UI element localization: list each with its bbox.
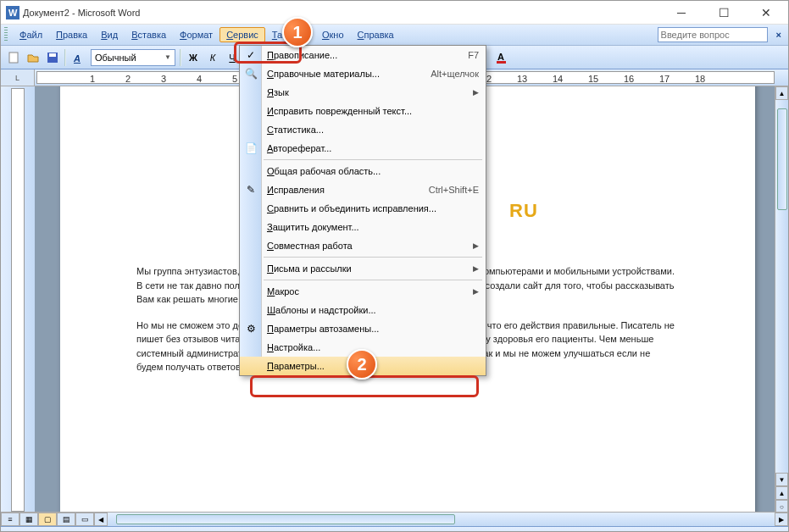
menu-формат[interactable]: Формат bbox=[173, 27, 219, 42]
vertical-scrollbar[interactable]: ▲ ▼ ▲ ○ ▼ bbox=[775, 86, 788, 512]
menu-shortcut: Alt+щелчок bbox=[431, 69, 479, 79]
submenu-arrow-icon: ▶ bbox=[473, 264, 479, 273]
menu-item[interactable]: ✓Правописание...F7 bbox=[240, 46, 486, 64]
style-selector[interactable]: Обычный ▼ bbox=[91, 49, 175, 66]
logo-fragment: RU bbox=[509, 197, 538, 224]
scroll-up-icon[interactable]: ▲ bbox=[775, 86, 788, 100]
view-print-button[interactable]: ▢ bbox=[38, 513, 57, 526]
chevron-down-icon: ▼ bbox=[164, 53, 171, 61]
view-web-button[interactable]: ▦ bbox=[19, 513, 38, 526]
menu-item[interactable]: Письма и рассылки▶ bbox=[240, 259, 486, 278]
menu-item[interactable]: Защитить документ... bbox=[240, 218, 486, 236]
menu-item[interactable]: Исправить поврежденный текст... bbox=[240, 102, 486, 120]
menu-shortcut: Ctrl+Shift+E bbox=[429, 185, 479, 195]
scroll-left-icon[interactable]: ◀ bbox=[94, 513, 108, 526]
menu-item[interactable]: Макрос▶ bbox=[240, 282, 486, 301]
menu-bar: ФайлПравкаВидВставкаФорматСервисТаблицаО… bbox=[1, 25, 788, 46]
menu-item[interactable]: Шаблоны и надстройки... bbox=[240, 301, 486, 319]
menu-справка[interactable]: Справка bbox=[351, 27, 401, 42]
menu-item[interactable]: Общая рабочая область... bbox=[240, 162, 486, 180]
menu-правка[interactable]: Правка bbox=[49, 27, 94, 42]
doc-icon: 📄 bbox=[243, 141, 258, 156]
menu-item-label: Исправить поврежденный текст... bbox=[267, 106, 479, 116]
opt-icon: ⚙ bbox=[243, 321, 258, 336]
menu-item-label: Защитить документ... bbox=[267, 222, 479, 232]
menu-item-label: Статистика... bbox=[267, 125, 479, 135]
menu-item[interactable]: Совместная работа▶ bbox=[240, 236, 486, 255]
menu-item[interactable]: Язык▶ bbox=[240, 83, 486, 102]
annotation-badge-1: 1 bbox=[282, 17, 313, 47]
status-bar: Стр. 1 Разд 1 1/1 На 8,4см Ст 10 Кол 56 … bbox=[1, 526, 788, 532]
menu-item-label: Макрос bbox=[267, 286, 473, 296]
minimize-button[interactable]: ─ bbox=[668, 3, 695, 23]
maximize-button[interactable]: ☐ bbox=[710, 3, 737, 23]
view-reading-button[interactable]: ▭ bbox=[75, 513, 94, 526]
horizontal-scrollbar[interactable]: ◀ ▶ bbox=[94, 513, 788, 526]
menu-item[interactable]: Статистика... bbox=[240, 120, 486, 139]
menu-item-label: Настройка... bbox=[267, 342, 479, 352]
bottom-bar: ≡ ▦ ▢ ▤ ▭ ◀ ▶ bbox=[1, 512, 788, 526]
menu-item[interactable]: Сравнить и объединить исправления... bbox=[240, 199, 486, 218]
menu-item-label: Параметры автозамены... bbox=[267, 324, 479, 334]
book-icon: 🔍 bbox=[243, 66, 258, 81]
browse-object-icon[interactable]: ○ bbox=[775, 500, 788, 512]
svg-text:W: W bbox=[8, 8, 18, 18]
toolbar-close-icon[interactable]: × bbox=[773, 30, 785, 40]
svg-rect-4 bbox=[49, 53, 56, 57]
menu-item[interactable]: 📄Автореферат... bbox=[240, 139, 486, 158]
submenu-arrow-icon: ▶ bbox=[473, 241, 479, 250]
ruler-corner[interactable]: L bbox=[1, 69, 35, 86]
menu-item-label: Совместная работа bbox=[267, 241, 473, 251]
open-button[interactable] bbox=[24, 48, 42, 67]
menu-item-label: Правописание... bbox=[267, 50, 459, 60]
menu-item-label: Письма и рассылки bbox=[267, 263, 473, 274]
svg-rect-12 bbox=[497, 61, 506, 64]
style-label: Обычный bbox=[95, 53, 136, 63]
scroll-down-icon[interactable]: ▼ bbox=[775, 473, 788, 486]
title-bar: W Документ2 - Microsoft Word ─ ☐ ✕ bbox=[1, 1, 788, 25]
menu-item-label: Исправления bbox=[267, 185, 420, 195]
menu-item[interactable]: 🔍Справочные материалы...Alt+щелчок bbox=[240, 64, 486, 83]
menu-окно[interactable]: Окно bbox=[315, 27, 351, 42]
scroll-thumb-h[interactable] bbox=[116, 514, 455, 524]
toolbar-grip-icon[interactable] bbox=[4, 27, 8, 42]
browse-prev-icon[interactable]: ▲ bbox=[775, 486, 788, 500]
menu-item[interactable]: ⚙Параметры автозамены... bbox=[240, 319, 486, 338]
menu-item-label: Общая рабочая область... bbox=[267, 166, 479, 176]
menu-сервис[interactable]: Сервис bbox=[219, 27, 265, 42]
menu-item-label: Шаблоны и надстройки... bbox=[267, 305, 479, 315]
bold-button[interactable]: Ж bbox=[184, 48, 203, 67]
format-button[interactable]: A bbox=[69, 48, 88, 67]
new-doc-button[interactable] bbox=[4, 48, 23, 67]
svg-text:A: A bbox=[497, 52, 504, 62]
menu-shortcut: F7 bbox=[468, 50, 479, 60]
ruler-v-scale[interactable] bbox=[11, 88, 25, 512]
check-icon: ✓ bbox=[243, 47, 258, 63]
view-outline-button[interactable]: ▤ bbox=[57, 513, 75, 526]
menu-item-label: Автореферат... bbox=[267, 143, 479, 153]
annotation-badge-2: 2 bbox=[347, 349, 377, 380]
submenu-arrow-icon: ▶ bbox=[473, 88, 479, 97]
svg-text:A: A bbox=[73, 53, 81, 64]
service-menu-dropdown: ✓Правописание...F7🔍Справочные материалы.… bbox=[239, 45, 486, 376]
window-title: Документ2 - Microsoft Word bbox=[23, 8, 668, 18]
save-button[interactable] bbox=[43, 48, 62, 67]
app-icon: W bbox=[6, 6, 19, 19]
submenu-arrow-icon: ▶ bbox=[473, 287, 479, 296]
menu-item-label: Язык bbox=[267, 87, 473, 97]
scroll-right-icon[interactable]: ▶ bbox=[775, 513, 788, 526]
scroll-thumb[interactable] bbox=[777, 108, 787, 210]
menu-файл[interactable]: Файл bbox=[13, 27, 49, 42]
pen-icon: ✎ bbox=[243, 182, 258, 197]
view-normal-button[interactable]: ≡ bbox=[1, 513, 19, 526]
ruler-vertical bbox=[1, 86, 35, 512]
svg-rect-2 bbox=[9, 53, 18, 63]
close-button[interactable]: ✕ bbox=[753, 3, 780, 23]
menu-вид[interactable]: Вид bbox=[94, 27, 125, 42]
font-color-button[interactable]: A bbox=[492, 48, 511, 67]
menu-item[interactable]: ✎ИсправленияCtrl+Shift+E bbox=[240, 180, 486, 199]
italic-button[interactable]: К bbox=[203, 48, 222, 67]
menu-item-label: Сравнить и объединить исправления... bbox=[267, 203, 479, 213]
help-search-input[interactable] bbox=[658, 27, 768, 42]
menu-вставка[interactable]: Вставка bbox=[125, 27, 173, 42]
